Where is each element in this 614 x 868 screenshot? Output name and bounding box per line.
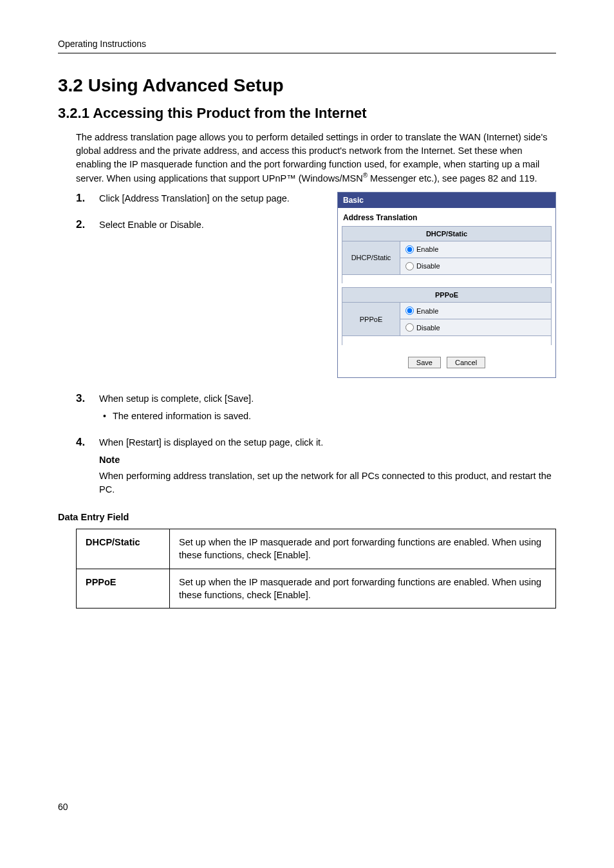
step-3: 3. When setup is complete, click [Save].… xyxy=(76,392,556,423)
table-row: DHCP/Static Set up when the IP masquerad… xyxy=(77,529,556,569)
page-number: 60 xyxy=(58,802,556,812)
cell-desc: Set up when the IP masquerade and port f… xyxy=(170,529,556,569)
step-number: 2. xyxy=(76,218,90,232)
data-entry-heading: Data Entry Field xyxy=(58,512,556,522)
cancel-button[interactable]: Cancel xyxy=(447,357,485,368)
option-cell: Disable xyxy=(400,258,552,274)
intro-paragraph: The address translation page allows you … xyxy=(76,131,556,185)
panel-section-label: Address Translation xyxy=(338,208,555,226)
bullet-text: The entered information is saved. xyxy=(113,410,251,423)
dhcp-enable-radio[interactable] xyxy=(405,245,414,254)
step-1: 1. Click [Address Translation] on the se… xyxy=(76,192,330,205)
cell-label: DHCP/Static xyxy=(77,529,170,569)
pppoe-table: PPPoE PPPoE Enable xyxy=(342,287,552,345)
table-header: DHCP/Static xyxy=(342,226,552,241)
pppoe-enable-radio[interactable] xyxy=(405,307,414,315)
step-2: 2. Select Enable or Disable. xyxy=(76,218,330,232)
intro-text-2: Messenger etc.), see pages 82 and 119. xyxy=(367,173,537,184)
step-text: Click [Address Translation] on the setup… xyxy=(99,192,330,205)
step-number: 3. xyxy=(76,392,90,423)
save-button[interactable]: Save xyxy=(408,357,441,368)
running-header: Operating Instructions xyxy=(58,39,556,49)
data-entry-table: DHCP/Static Set up when the IP masquerad… xyxy=(76,529,556,609)
option-cell: Disable xyxy=(400,319,552,336)
note-text: When performing address translation, set… xyxy=(99,469,556,496)
radio-label: Disable xyxy=(416,324,440,332)
cell-desc: Set up when the IP masquerade and port f… xyxy=(170,569,556,609)
settings-panel: Basic Address Translation DHCP/Static DH… xyxy=(337,192,556,378)
bullet-dot: • xyxy=(103,410,106,423)
dhcp-disable-radio[interactable] xyxy=(405,262,414,270)
table-header: PPPoE xyxy=(342,288,552,303)
step-text: When setup is complete, click [Save]. • … xyxy=(99,392,556,423)
panel-button-row: Save Cancel xyxy=(338,349,555,377)
step-4-text: When [Restart] is displayed on the setup… xyxy=(99,437,323,448)
radio-label: Enable xyxy=(416,245,438,253)
header-divider xyxy=(58,53,556,53)
step-number: 1. xyxy=(76,192,90,205)
section-heading-2: 3.2.1 Accessing this Product from the In… xyxy=(58,105,556,122)
radio-label: Enable xyxy=(416,307,438,315)
step-number: 4. xyxy=(76,436,90,496)
section-heading-1: 3.2 Using Advanced Setup xyxy=(58,75,556,96)
cell-label: PPPoE xyxy=(77,569,170,609)
option-cell: Enable xyxy=(400,303,552,319)
row-label: DHCP/Static xyxy=(342,241,400,274)
radio-label: Disable xyxy=(416,262,440,270)
step-text: Select Enable or Disable. xyxy=(99,218,330,232)
step-3-text: When setup is complete, click [Save]. xyxy=(99,393,254,404)
table-row: PPPoE Set up when the IP masquerade and … xyxy=(77,569,556,609)
panel-title: Basic xyxy=(338,193,555,208)
dhcp-static-table: DHCP/Static DHCP/Static Enable xyxy=(342,226,552,284)
step-text: When [Restart] is displayed on the setup… xyxy=(99,436,556,496)
registered-mark: ® xyxy=(363,172,367,179)
note-label: Note xyxy=(99,453,556,467)
pppoe-disable-radio[interactable] xyxy=(405,323,414,332)
step-4: 4. When [Restart] is displayed on the se… xyxy=(76,436,556,496)
option-cell: Enable xyxy=(400,241,552,258)
bullet-item: • The entered information is saved. xyxy=(103,410,556,423)
row-label: PPPoE xyxy=(342,303,400,336)
